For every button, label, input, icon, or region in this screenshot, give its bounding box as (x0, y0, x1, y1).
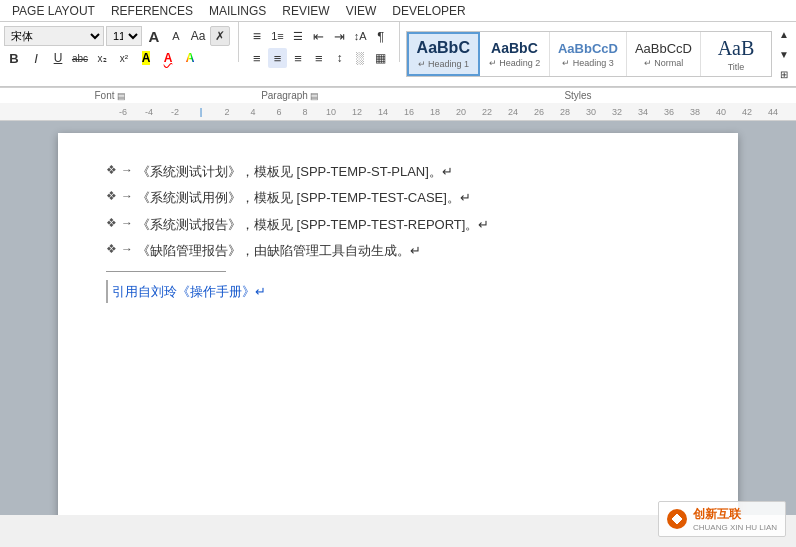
style-normal[interactable]: AaBbCcD ↵ Normal (627, 32, 701, 76)
style-heading3-label: ↵ Heading 3 (562, 58, 614, 68)
decrease-indent-button[interactable]: ⇤ (309, 26, 329, 46)
ruler-num: 32 (604, 107, 630, 117)
ruler-num: 16 (396, 107, 422, 117)
ruler-num: 44 (760, 107, 786, 117)
separator-line (106, 271, 226, 272)
font-size-select[interactable]: 11 (106, 26, 142, 46)
style-heading2[interactable]: AaBbC ↵ Heading 2 (480, 32, 550, 76)
align-right-button[interactable]: ≡ (288, 48, 308, 68)
paragraph-group: ≡ 1≡ ☰ ⇤ ⇥ ↕A ¶ ≡ ≡ ≡ ≡ ↕ ░ ▦ (243, 22, 395, 86)
clear-formatting-button[interactable]: A (180, 48, 200, 68)
ruler-num: 22 (474, 107, 500, 117)
watermark-text-container: 创新互联 CHUANG XIN HU LIAN (693, 506, 777, 532)
font-label-text: Font (94, 90, 114, 101)
font-grow-button[interactable]: A (144, 26, 164, 46)
reference-text: 引用自刘玲《操作手册》 (112, 284, 255, 299)
reference-block: 引用自刘玲《操作手册》↵ (106, 280, 690, 303)
paragraph-section-label: Paragraph ▤ (220, 88, 360, 103)
borders-button[interactable]: ▦ (371, 48, 391, 68)
ruler-num: 14 (370, 107, 396, 117)
strikethrough-button[interactable]: abc (70, 48, 90, 68)
bullet-2: ❖ → 《系统测试用例》，模板见 [SPP-TEMP-TEST-CASE]。↵ (106, 186, 690, 209)
menu-mailings[interactable]: MAILINGS (201, 2, 274, 20)
increase-indent-button[interactable]: ⇥ (330, 26, 350, 46)
font-group: 宋体 11 A A Aa ✗ B I U abc x₂ x² A (0, 22, 234, 86)
style-heading3[interactable]: AaBbCcD ↵ Heading 3 (550, 32, 627, 76)
bullet-diamond-2: ❖ (106, 186, 117, 208)
font-row1: 宋体 11 A A Aa ✗ (4, 26, 230, 46)
multilevel-list-button[interactable]: ☰ (288, 26, 308, 46)
ruler-num: 42 (734, 107, 760, 117)
clear-format-button[interactable]: ✗ (210, 26, 230, 46)
style-title-preview: AaB (718, 37, 755, 60)
ruler-num: 30 (578, 107, 604, 117)
watermark-logo (667, 509, 687, 529)
ruler-num: -2 (162, 107, 188, 117)
separator-1 (238, 22, 239, 62)
superscript-button[interactable]: x² (114, 48, 134, 68)
bullet-diamond-4: ❖ (106, 239, 117, 261)
justify-button[interactable]: ≡ (309, 48, 329, 68)
watermark-main-text: 创新互联 (693, 506, 777, 523)
ruler-num: 4 (240, 107, 266, 117)
bullet-4-text: 《缺陷管理报告》，由缺陷管理工具自动生成。↵ (137, 239, 421, 262)
ruler-num: 24 (500, 107, 526, 117)
styles-section-label: Styles (360, 88, 796, 103)
numbering-button[interactable]: 1≡ (268, 26, 288, 46)
menu-review[interactable]: REVIEW (274, 2, 337, 20)
bullet-2-text: 《系统测试用例》，模板见 [SPP-TEMP-TEST-CASE]。↵ (137, 186, 471, 209)
font-section-label: Font ▤ (0, 88, 220, 103)
sort-button[interactable]: ↕A (350, 26, 370, 46)
change-case-button[interactable]: Aa (188, 26, 208, 46)
shading-button[interactable]: ░ (350, 48, 370, 68)
menu-page-layout[interactable]: PAGE LAYOUT (4, 2, 103, 20)
ruler-num: 26 (526, 107, 552, 117)
ruler-num: 8 (292, 107, 318, 117)
menu-references[interactable]: REFERENCES (103, 2, 201, 20)
style-title[interactable]: AaB Title (701, 32, 771, 76)
styles-scroll-up[interactable]: ▲ (774, 24, 794, 44)
style-heading2-label: ↵ Heading 2 (489, 58, 541, 68)
ruler-num: 18 (422, 107, 448, 117)
align-left-button[interactable]: ≡ (247, 48, 267, 68)
ruler-num: 34 (630, 107, 656, 117)
watermark-icon (669, 511, 685, 527)
bullet-3: ❖ → 《系统测试报告》，模板见 [SPP-TEMP-TEST-REPORT]。… (106, 213, 690, 236)
menu-developer[interactable]: DEVELOPER (384, 2, 473, 20)
line-spacing-button[interactable]: ↕ (330, 48, 350, 68)
para-row2: ≡ ≡ ≡ ≡ ↕ ░ ▦ (247, 48, 391, 68)
ruler-num: 12 (344, 107, 370, 117)
underline-button[interactable]: U (48, 48, 68, 68)
ruler-numbers: -6 -4 -2 | 2 4 6 8 10 12 14 16 18 20 22 … (0, 107, 796, 117)
styles-nav: ▲ ▼ ⊞ (774, 24, 794, 84)
style-heading1-label: ↵ Heading 1 (418, 59, 470, 69)
subscript-button[interactable]: x₂ (92, 48, 112, 68)
paragraph-dialog-launcher[interactable]: ▤ (310, 91, 319, 101)
styles-expand[interactable]: ⊞ (774, 64, 794, 84)
styles-group: AaBbC ↵ Heading 1 AaBbC ↵ Heading 2 AaBb… (404, 22, 796, 86)
style-heading1[interactable]: AaBbC ↵ Heading 1 (407, 32, 480, 76)
document-page[interactable]: ❖ → 《系统测试计划》，模板见 [SPP-TEMP-ST-PLAN]。↵ ❖ … (58, 133, 738, 515)
bullet-4: ❖ → 《缺陷管理报告》，由缺陷管理工具自动生成。↵ (106, 239, 690, 262)
show-paragraph-button[interactable]: ¶ (371, 26, 391, 46)
font-color-button[interactable]: A (158, 48, 178, 68)
ribbon: 宋体 11 A A Aa ✗ B I U abc x₂ x² A (0, 22, 796, 103)
menu-view[interactable]: VIEW (338, 2, 385, 20)
font-dialog-launcher[interactable]: ▤ (117, 91, 126, 101)
bullets-button[interactable]: ≡ (247, 26, 267, 46)
arrow-4: → (121, 239, 133, 261)
bullet-1: ❖ → 《系统测试计划》，模板见 [SPP-TEMP-ST-PLAN]。↵ (106, 160, 690, 183)
align-center-button[interactable]: ≡ (268, 48, 288, 68)
ruler-num: 10 (318, 107, 344, 117)
bold-button[interactable]: B (4, 48, 24, 68)
ruler-num: 38 (682, 107, 708, 117)
font-shrink-button[interactable]: A (166, 26, 186, 46)
bullet-1-text: 《系统测试计划》，模板见 [SPP-TEMP-ST-PLAN]。↵ (137, 160, 453, 183)
text-highlight-button[interactable]: A (136, 48, 156, 68)
arrow-1: → (121, 160, 133, 182)
ruler-num: 40 (708, 107, 734, 117)
font-family-select[interactable]: 宋体 (4, 26, 104, 46)
ruler-num: -4 (136, 107, 162, 117)
styles-scroll-down[interactable]: ▼ (774, 44, 794, 64)
italic-button[interactable]: I (26, 48, 46, 68)
